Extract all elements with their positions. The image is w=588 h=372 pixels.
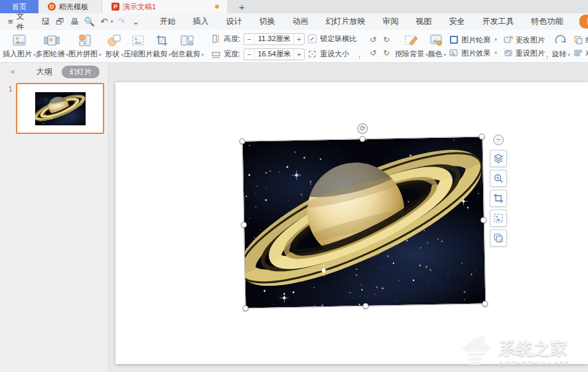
new-tab-button[interactable]: + [239, 1, 245, 13]
align-button[interactable]: 对齐▾ [573, 48, 588, 58]
menu-item-8[interactable]: 安全 [449, 16, 465, 27]
height-label: 高度: [224, 34, 240, 44]
resize-handle-top-center[interactable] [359, 136, 365, 142]
outline-effects-stack: 图片轮廓▾ 图片效果▾ [446, 32, 500, 61]
change-reset-stack: 更改图片 重设图片 [500, 32, 548, 61]
remove-background-button[interactable]: 抠除背景▾ [395, 32, 428, 61]
selected-picture[interactable]: ⟳ [243, 137, 486, 308]
menubar: ≡ 文件 🖫 🗗 🖶 🔍 ↶ ▾ ↷ ⌄ 开始插入设计切换动画幻灯片放映审阅视图… [0, 13, 588, 30]
zoom-picture-button[interactable] [490, 170, 507, 187]
docer-logo-icon: D [48, 3, 56, 11]
menu-item-0[interactable]: 开始 [160, 16, 176, 27]
compress-picture-button[interactable]: 压缩图片 [123, 32, 153, 61]
width-decrement-button[interactable]: − [244, 49, 255, 60]
height-decrement-button[interactable]: − [244, 34, 255, 44]
hamburger-icon: ≡ [8, 17, 13, 27]
creative-crop-button[interactable]: 创意裁剪▾ [171, 32, 204, 61]
crop-button[interactable]: 裁剪▾ [153, 32, 171, 61]
save-button[interactable]: 🖫 [39, 15, 52, 29]
dialog-launcher-icon[interactable] [547, 56, 548, 59]
menu-item-3[interactable]: 切换 [259, 16, 275, 27]
slide-panel: « 大纲 幻灯片 1 [0, 63, 109, 372]
print-preview-button[interactable]: 🔍 [83, 15, 96, 29]
print-button[interactable]: 🖶 [68, 15, 82, 29]
duplicate-button[interactable] [490, 229, 507, 247]
multi-carousel-icon [44, 34, 60, 47]
creative-crop-icon [180, 34, 194, 47]
menu-item-10[interactable]: 特色功能 [532, 16, 563, 27]
undo-button[interactable]: ↶ [98, 15, 111, 29]
reset-size-button[interactable]: 重设大小 [320, 49, 349, 59]
reset-picture-button[interactable]: 重设图片 [504, 48, 545, 58]
resize-handle-middle-left[interactable] [241, 221, 247, 227]
compress-picture-icon [131, 34, 145, 47]
tab-outline[interactable]: 大纲 [37, 66, 52, 78]
tab-docer-templates[interactable]: D 稻壳模板 [38, 0, 102, 13]
zoom-in-icon [493, 173, 504, 184]
customize-toolbar-button[interactable]: ⌄ [129, 15, 143, 29]
group-button[interactable]: 组合▾ [573, 35, 588, 45]
flip-horizontal-button[interactable]: ↺ [367, 47, 379, 59]
picture-outline-button[interactable]: 图片轮廓▾ [449, 35, 497, 45]
rotate-left-90-button[interactable]: ↺ [367, 34, 379, 46]
saturn-image[interactable] [243, 137, 486, 308]
matting-icon [493, 213, 504, 223]
menu-item-1[interactable]: 插入 [193, 16, 209, 27]
menu-item-5[interactable]: 幻灯片放映 [326, 16, 366, 27]
tab-picture-tools[interactable]: 图片工具 [579, 15, 588, 29]
crop-picture-button[interactable] [490, 190, 507, 207]
collapse-quick-toolbar-button[interactable]: − [493, 135, 504, 145]
width-spinner: − 16.54厘米 + [244, 48, 305, 60]
menu-item-4[interactable]: 动画 [293, 16, 309, 27]
dialog-launcher-icon[interactable] [359, 56, 360, 59]
picture-collage-button[interactable]: 图片拼图▾ [68, 32, 102, 61]
collapse-panel-icon[interactable]: « [11, 67, 15, 76]
rotate-right-90-button[interactable]: ↻ [380, 34, 392, 46]
reset-size-icon [308, 50, 317, 58]
rotate-button[interactable]: 旋转▾ [552, 32, 571, 61]
height-increment-button[interactable]: + [293, 34, 304, 44]
tab-docer-label: 稻壳模板 [59, 2, 88, 12]
multi-picture-carousel-button[interactable]: 多图轮播▾ [36, 32, 69, 61]
tab-document-title: 演示文稿1 [123, 2, 156, 12]
reset-picture-icon [504, 48, 513, 58]
resize-handle-top-right[interactable] [478, 133, 484, 139]
ppt-file-icon: P [111, 3, 119, 11]
crop-icon [493, 193, 504, 204]
tab-slides[interactable]: 幻灯片 [62, 66, 100, 78]
lock-aspect-ratio-checkbox[interactable]: ✓ [308, 34, 317, 43]
layers-icon [493, 153, 504, 164]
shapes-button[interactable]: 形状▾ [106, 32, 124, 61]
change-picture-icon [504, 35, 513, 44]
height-value[interactable]: 11.32厘米 [255, 34, 293, 44]
redo-button[interactable]: ↷ [115, 15, 128, 29]
slide-thumbnail[interactable] [16, 83, 104, 134]
document-tabbar: 首页 D 稻壳模板 P 演示文稿1 + [0, 0, 588, 13]
undo-dropdown-icon[interactable]: ▾ [111, 19, 113, 25]
change-picture-button[interactable]: 更改图片 [504, 35, 545, 45]
menu-item-7[interactable]: 视图 [416, 16, 432, 27]
insert-picture-icon [12, 34, 27, 47]
slide-canvas[interactable]: ⟳ − [109, 63, 588, 372]
height-icon [212, 34, 220, 43]
export-button[interactable]: 🗗 [54, 15, 67, 29]
menu-item-6[interactable]: 审阅 [383, 16, 399, 27]
menu-item-9[interactable]: 开发工具 [482, 16, 514, 27]
matting-button[interactable] [490, 210, 507, 227]
menu-item-2[interactable]: 设计 [226, 16, 242, 27]
tab-active-document[interactable]: P 演示文稿1 [102, 0, 227, 13]
duplicate-icon [493, 233, 504, 243]
color-icon [429, 34, 444, 47]
width-label: 宽度: [224, 49, 240, 59]
layers-button[interactable] [490, 150, 507, 167]
picture-effects-button[interactable]: 图片效果▾ [449, 48, 497, 58]
insert-picture-button[interactable]: 插入图片▾ [3, 32, 36, 61]
width-value[interactable]: 16.54厘米 [255, 49, 293, 60]
picture-collage-icon [78, 34, 92, 47]
size-fields-group: 高度: − 11.32厘米 + ✓ 锁定纵横比 宽度: − 16.54厘米 + [208, 32, 360, 61]
picture-tools-ribbon: 插入图片▾ 多图轮播▾ 图片拼图▾ 形状▾ 压缩图片 [0, 30, 588, 63]
saturn-thumbnail-image [35, 92, 86, 125]
color-button[interactable]: 颜色▾ [428, 32, 447, 61]
flip-vertical-button[interactable]: ↻ [380, 47, 392, 59]
width-increment-button[interactable]: + [293, 49, 304, 60]
